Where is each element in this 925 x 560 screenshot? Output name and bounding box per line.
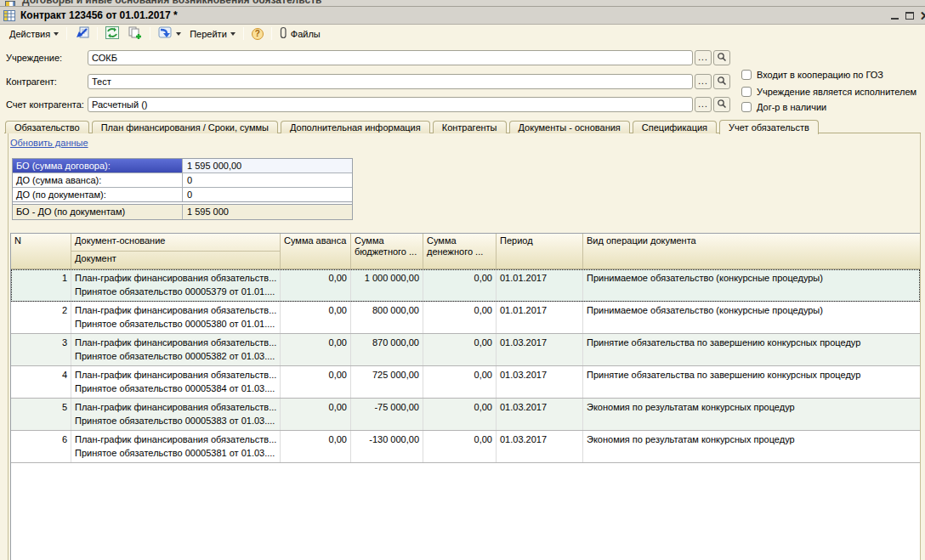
table-row[interactable]: 1 План-график финансирования обязательст… xyxy=(11,269,920,302)
cell-budget: 870 000,00 xyxy=(351,334,423,365)
fill-arrow-icon xyxy=(158,26,173,41)
toolbar-separator xyxy=(66,27,67,40)
col-header-budget-sum[interactable]: Сумма бюджетного ... xyxy=(351,234,423,269)
cell-period: 01.03.2017 xyxy=(497,431,583,462)
cell-n: 5 xyxy=(11,399,71,430)
tab-obligation-accounting[interactable]: Учет обязательств xyxy=(719,120,819,134)
account-lookup-button[interactable] xyxy=(713,97,730,112)
tab-counterparties[interactable]: Контрагенты xyxy=(433,121,507,133)
cell-base-document: План-график финансирования обязательств.… xyxy=(75,337,276,348)
counterparty-lookup-button[interactable] xyxy=(713,74,730,89)
counterparty-ellipsis-button[interactable]: ... xyxy=(695,74,712,89)
col-header-money-sum[interactable]: Сумма денежного ... xyxy=(423,234,497,269)
checkbox-icon xyxy=(741,102,752,112)
account-input[interactable] xyxy=(88,97,693,112)
fill-button[interactable] xyxy=(154,25,185,42)
help-icon: ? xyxy=(252,28,264,40)
screen: Договоры и иные основания возникновения … xyxy=(0,0,925,560)
table-row[interactable]: 2 План-график финансирования обязательст… xyxy=(11,302,920,334)
close-icon: ✕ xyxy=(920,8,925,24)
cell-advance: 0,00 xyxy=(281,431,351,462)
update-data-link[interactable]: Обновить данные xyxy=(10,138,88,148)
actions-menu-button[interactable]: Действия xyxy=(5,25,63,42)
cell-document: План-график финансирования обязательств.… xyxy=(71,334,281,365)
tab-additional-info[interactable]: Дополнительная информация xyxy=(281,121,430,133)
summary-row-bo[interactable]: БО (сумма договора): 1 595 000,00 xyxy=(13,159,352,173)
cell-n: 2 xyxy=(11,302,71,333)
files-button[interactable]: Файлы xyxy=(275,25,325,42)
chevron-down-icon xyxy=(230,32,236,36)
window-title: Контракт 123456 от 01.01.2017 * xyxy=(20,9,178,21)
checkbox-icon xyxy=(741,70,752,80)
refresh-button[interactable] xyxy=(101,25,123,42)
maximize-icon xyxy=(905,12,914,20)
cell-advance: 0,00 xyxy=(281,269,351,301)
chevron-down-icon xyxy=(176,32,181,36)
cell-document-line: Принятое обязательство 00005379 от 01.01… xyxy=(75,285,276,298)
col-header-document[interactable]: Документ-основание Документ xyxy=(71,234,281,269)
maximize-button[interactable] xyxy=(902,8,917,24)
table-row[interactable]: 6 План-график финансирования обязательст… xyxy=(11,431,920,463)
col-header-period[interactable]: Период xyxy=(497,234,583,269)
checkbox-contract-available[interactable]: Дог-р в наличии xyxy=(741,100,826,113)
table-row[interactable]: 4 План-график финансирования обязательст… xyxy=(11,366,920,399)
checkbox-institution-executor[interactable]: Учреждение является исполнителем xyxy=(741,85,916,98)
cell-money: 0,00 xyxy=(423,269,497,301)
cell-operation: Экономия по результатам конкурсных проце… xyxy=(583,399,920,430)
tab-obligation[interactable]: Обязательство xyxy=(5,121,89,133)
col-header-advance-sum[interactable]: Сумма аванса xyxy=(281,234,351,269)
toolbar-separator xyxy=(97,27,98,40)
magnifier-icon xyxy=(717,76,727,88)
window-controls: ✕ xyxy=(887,7,925,25)
chevron-down-icon xyxy=(54,32,59,36)
save-button[interactable] xyxy=(71,25,94,42)
table-row[interactable]: 5 План-график финансирования обязательст… xyxy=(11,399,920,431)
col-subheader-document: Документ xyxy=(71,251,280,269)
save-icon xyxy=(75,26,89,42)
cell-document-line: Принятое обязательство 00005383 от 01.03… xyxy=(75,414,276,427)
help-button[interactable]: ? xyxy=(247,25,268,42)
checkbox-goz-cooperation[interactable]: Входит в кооперацию по ГОЗ xyxy=(741,68,883,81)
account-ellipsis-button[interactable]: ... xyxy=(695,97,712,112)
col-header-n[interactable]: N xyxy=(11,234,71,269)
cell-operation: Экономия по результатам конкурсных проце… xyxy=(583,431,920,462)
goto-menu-label: Перейти xyxy=(190,29,227,39)
cell-document-line: Принятое обязательство 00005381 от 01.03… xyxy=(75,446,276,460)
institution-ellipsis-button[interactable]: ... xyxy=(695,50,712,65)
summary-label: БО (сумма договора): xyxy=(13,159,183,173)
summary-value: 1 595 000,00 xyxy=(183,159,352,173)
background-window-title: Договоры и иные основания возникновения … xyxy=(22,0,322,6)
magnifier-icon xyxy=(717,99,727,110)
summary-value: 0 xyxy=(183,188,352,201)
cell-operation: Принятие обязательства по завершению кон… xyxy=(583,334,920,365)
counterparty-input[interactable] xyxy=(88,74,693,89)
toolbar-separator xyxy=(243,27,244,40)
copy-button[interactable] xyxy=(123,25,146,42)
col-header-operation-type[interactable]: Вид операции документа xyxy=(583,234,920,269)
tab-financing-plan[interactable]: План финансирования / Сроки, суммы xyxy=(92,121,278,133)
institution-lookup-button[interactable] xyxy=(713,50,730,65)
cell-budget: -130 000,00 xyxy=(351,431,423,462)
cell-document-line: Принятое обязательство 00005384 от 01.03… xyxy=(75,382,276,395)
actions-menu-label: Действия xyxy=(9,29,50,39)
toolbar: Действия xyxy=(0,25,925,42)
cell-money: 0,00 xyxy=(423,302,497,333)
goto-menu-button[interactable]: Перейти xyxy=(185,25,240,42)
tab-specification[interactable]: Спецификация xyxy=(633,121,717,133)
close-button[interactable]: ✕ xyxy=(917,8,925,24)
cell-operation: Принимаемое обязательство (конкурсные пр… xyxy=(583,302,920,333)
institution-input[interactable] xyxy=(88,50,693,65)
table-row[interactable]: 3 План-график финансирования обязательст… xyxy=(11,334,920,366)
cell-document: План-график финансирования обязательств.… xyxy=(71,302,281,333)
summary-row-do-documents[interactable]: ДО (по документам): 0 xyxy=(13,188,352,202)
summary-row-do-advance[interactable]: ДО (сумма аванса): 0 xyxy=(13,173,352,188)
minimize-button[interactable] xyxy=(887,8,902,24)
cell-advance: 0,00 xyxy=(281,366,351,398)
obligations-table: N Документ-основание Документ Сумма аван… xyxy=(10,233,920,560)
checkbox-icon xyxy=(741,87,752,97)
cell-advance: 0,00 xyxy=(281,399,351,430)
cell-document: План-график финансирования обязательств.… xyxy=(71,269,281,301)
tab-basis-documents[interactable]: Документы - основания xyxy=(509,121,630,133)
cell-base-document: План-график финансирования обязательств.… xyxy=(75,402,276,412)
toolbar-separator xyxy=(150,27,150,40)
